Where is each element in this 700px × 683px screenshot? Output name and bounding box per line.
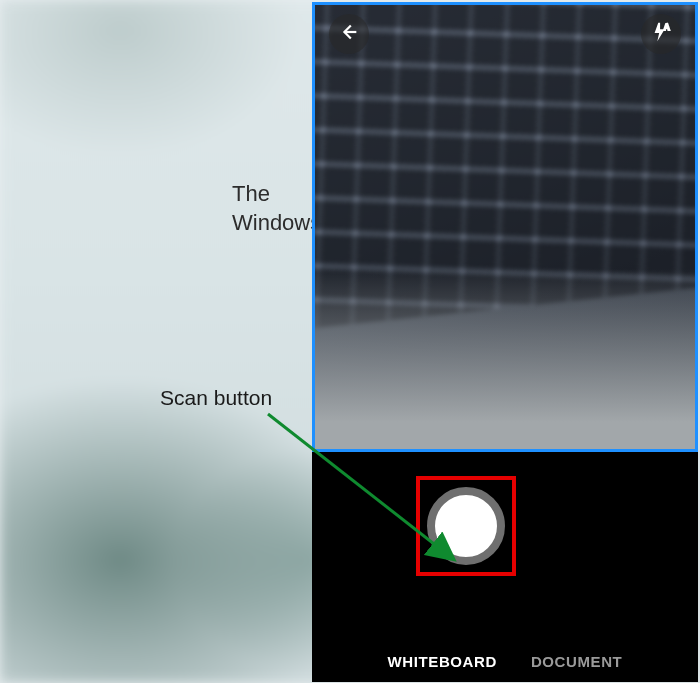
flash-toggle-button[interactable]: A — [641, 14, 681, 54]
mode-whiteboard[interactable]: WHITEBOARD — [388, 653, 497, 670]
viewfinder-live-image — [315, 5, 695, 449]
shutter-area — [466, 526, 544, 604]
camera-controls-bar: WHITEBOARD DOCUMENT — [312, 456, 698, 682]
svg-text:A: A — [664, 23, 670, 32]
annotation-label: Scan button — [160, 386, 272, 410]
camera-viewfinder[interactable]: A — [312, 2, 698, 452]
back-arrow-icon — [338, 21, 360, 47]
mode-document[interactable]: DOCUMENT — [531, 653, 622, 670]
phone-scanner-window: A WHITEBOARD DOCUMENT — [312, 2, 698, 682]
scan-shutter-button[interactable] — [427, 487, 505, 565]
scan-mode-selector: WHITEBOARD DOCUMENT — [312, 653, 698, 670]
watermark-line1: The — [232, 181, 270, 206]
camera-top-bar: A — [315, 5, 695, 63]
back-button[interactable] — [329, 14, 369, 54]
flash-auto-icon: A — [650, 21, 672, 47]
